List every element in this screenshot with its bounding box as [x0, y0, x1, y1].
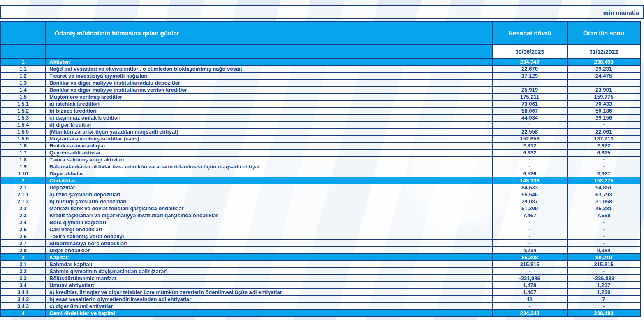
reporting-period-value: 55,546 [492, 191, 567, 198]
row-number: 1.3 [0, 79, 46, 86]
previous-year-value: 50,186 [567, 107, 640, 114]
previous-year-value: - [567, 79, 640, 86]
reporting-period-value: 22,558 [492, 128, 567, 135]
previous-year-value: 46,381 [567, 205, 640, 212]
row-number: 1.5.4 [0, 121, 46, 128]
previous-year-value: 6,625 [567, 149, 640, 156]
row-label: Bölüşdürülməmiş mənfəət [46, 275, 492, 282]
reporting-period-value: 7,467 [492, 212, 567, 219]
table-row: 2.7Subordinasiya borc öhdəlikləri-- [0, 240, 640, 247]
row-label: Depozitlər [46, 184, 492, 191]
previous-year-value: 2,622 [567, 142, 640, 149]
reporting-period-value: - [492, 163, 567, 170]
reporting-period-value: 1,467 [492, 289, 567, 296]
row-label: Müştərilərə verilmiş kreditlər (xalis) [46, 135, 492, 142]
reporting-period-value: 6,632 [492, 149, 567, 156]
row-number: 3.4 [0, 282, 46, 289]
table-row: 1.5Müştərilərə verilmiş kreditlər175,211… [0, 93, 640, 100]
reporting-period-value: - [492, 240, 567, 247]
reporting-period-date: 30/06/2023 [492, 45, 567, 58]
reporting-period-value: 234,340 [492, 310, 567, 317]
row-number: 1.5.1 [0, 100, 46, 107]
row-number: 1.5.2 [0, 107, 46, 114]
row-label: c) digər ümumi ehtiyatlar [46, 303, 492, 310]
page: { "unit_label": "min manatla", "colors":… [0, 0, 644, 320]
reporting-period-value: 4,734 [492, 247, 567, 254]
table-row: 1.2Ticarət və investisiya qiymətli kağız… [0, 72, 640, 79]
reporting-period-value: 58,067 [492, 107, 567, 114]
row-label: Banklar və digər maliyyə institutlarında… [46, 79, 492, 86]
reporting-period-value: - [492, 226, 567, 233]
previous-year-value: - [567, 303, 640, 310]
row-number: 2.7 [0, 240, 46, 247]
row-label: Digər öhdəliklər [46, 247, 492, 254]
row-number: 2 [0, 177, 46, 184]
reporting-period-value: 25,919 [492, 86, 567, 93]
row-label: Kapital: [46, 254, 492, 261]
row-label: Qeyri-maddi aktivlər [46, 149, 492, 156]
previous-year-value: 23,901 [567, 86, 640, 93]
previous-year-value: 39,156 [567, 114, 640, 121]
previous-year-value: 39,231 [567, 65, 640, 72]
reporting-period-value: - [492, 219, 567, 226]
row-number: 2.1.2 [0, 198, 46, 205]
previous-year-header: Ötən ilin sonu [567, 21, 640, 45]
reporting-period-value: 17,129 [492, 72, 567, 79]
table-row: 3.4.2b) əsas vəsaitlərin qiymətləndirilm… [0, 296, 640, 303]
reporting-period-value: - [492, 79, 567, 86]
table-row: 2.4Borc qiymətli kağızları-- [0, 219, 640, 226]
row-number: 1.5.6 [0, 135, 46, 142]
table-row: 2.1.1a) fiziki şəxslərin depozitləri55,5… [0, 191, 640, 198]
row-number: 2.1 [0, 184, 46, 191]
reporting-period-value: 84,633 [492, 184, 567, 191]
row-number: 1.1 [0, 65, 46, 72]
table-row: 1.4Banklar və digər maliyyə institutları… [0, 86, 640, 93]
table-row: 1.8Təxirə salınmış vergi aktivləri-- [0, 156, 640, 163]
row-label: Kredit təşkilatları və digər maliyyə ins… [46, 212, 492, 219]
unit-bar: min manatla [0, 5, 644, 19]
row-label: Subordinasiya borc öhdəlikləri [46, 240, 492, 247]
table-row: 3.1Səhmdar kapitalı315,815315,815 [0, 261, 640, 268]
reporting-period-value: 175,211 [492, 93, 567, 100]
row-number: 1.4 [0, 86, 46, 93]
row-number: 2.6 [0, 233, 46, 240]
row-number: 1.9 [0, 163, 46, 170]
row-number: 3.4.2 [0, 296, 46, 303]
previous-year-value: - [567, 121, 640, 128]
empty-cell [46, 45, 492, 58]
reporting-period-value: 2,812 [492, 142, 567, 149]
row-label: b) əsas vəsaitlərin qiymətləndirilməsind… [46, 296, 492, 303]
reporting-period-value: - [492, 303, 567, 310]
row-label: b) biznes kreditləri [46, 107, 492, 114]
row-number: 2.5 [0, 226, 46, 233]
previous-year-value: - [567, 163, 640, 170]
previous-year-value: 24,475 [567, 72, 640, 79]
previous-year-value: 31,058 [567, 198, 640, 205]
row-label: c) daşınmaz əmlak kreditləri [46, 114, 492, 121]
table-row: 1.9Balansdankənar aktivlər üzrə mümkün z… [0, 163, 640, 170]
previous-year-value: 137,713 [567, 135, 640, 142]
column-header-row: Ödəniş müddətinin bitməsinə qalan günlər… [0, 21, 640, 45]
row-number: 3.3 [0, 275, 46, 282]
row-number: 3.4.1 [0, 289, 46, 296]
reporting-period-value: 1,478 [492, 282, 567, 289]
row-label: d) digər kreditlər [46, 121, 492, 128]
row-number: 1.5.3 [0, 114, 46, 121]
row-number: 2.2 [0, 205, 46, 212]
row-number: 2.4 [0, 219, 46, 226]
row-label: a) fiziki şəxslərin depozitləri [46, 191, 492, 198]
description-header: Ödəniş müddətinin bitməsinə qalan günlər [46, 21, 492, 45]
empty-cell [0, 45, 46, 58]
table-row: 1.5.3c) daşınmaz əmlak kreditləri44,0843… [0, 114, 640, 121]
row-label: Təxirə salınmış vergi öhdəliyi [46, 233, 492, 240]
row-label: Mərkəzi bank və dövlət fondları qarşısın… [46, 205, 492, 212]
row-label: Səhmdar kapitalı [46, 261, 492, 268]
row-number: 1.8 [0, 156, 46, 163]
table-row: 2.8Digər öhdəliklər4,7349,384 [0, 247, 640, 254]
table-row: 2.6Təxirə salınmış vergi öhdəliyi-- [0, 233, 640, 240]
table-row: 1.5.4d) digər kreditlər-- [0, 121, 640, 128]
unit-label: min manatla [603, 9, 639, 16]
row-number: 4 [0, 310, 46, 317]
previous-year-value: - [567, 226, 640, 233]
table-row: 3.4.3c) digər ümumi ehtiyatlar-- [0, 303, 640, 310]
